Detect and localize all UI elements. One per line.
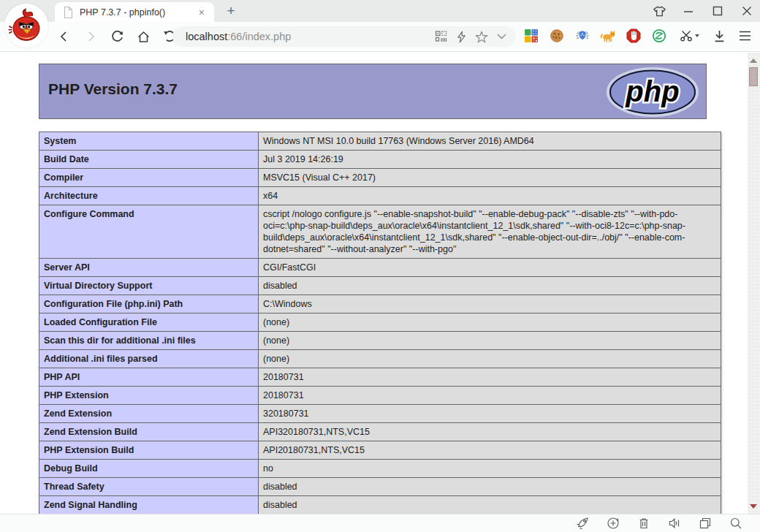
table-row: Scan this dir for additional .ini files(… (39, 332, 721, 350)
tab-title: PHP 7.3.7 - phpinfo() (80, 7, 197, 18)
address-bar[interactable]: localhost:66/index.php (172, 26, 516, 47)
info-row-label: Build Date (39, 151, 259, 169)
table-row: Server APICGI/FastCGI (39, 259, 721, 277)
forward-icon[interactable] (83, 29, 98, 44)
table-row: PHP API20180731 (39, 368, 721, 387)
trash-icon[interactable] (637, 517, 650, 530)
info-row-value: disabled (259, 277, 721, 295)
scrollbar-up-arrow-icon[interactable] (750, 58, 757, 63)
scissors-icon[interactable] (677, 28, 702, 44)
info-row-value: Windows NT MSI 10.0 build 17763 (Windows… (259, 132, 721, 151)
tab-bar: PHP 7.3.7 - phpinfo() × + (0, 0, 760, 22)
speaker-icon[interactable] (668, 517, 681, 530)
status-bar (0, 514, 760, 532)
url-path: :66/index.php (227, 31, 291, 42)
qr-code-icon[interactable] (435, 31, 448, 42)
info-row-value: 20180731 (259, 368, 721, 387)
menu-icon[interactable] (737, 28, 753, 44)
tab-phpinfo[interactable]: PHP 7.3.7 - phpinfo() × (55, 2, 214, 22)
table-row: Zend Extension BuildAPI320180731,NTS,VC1… (39, 423, 721, 441)
chevron-down-icon[interactable] (496, 33, 507, 40)
home-icon[interactable] (136, 29, 151, 44)
new-tab-button[interactable]: + (221, 1, 240, 20)
php-logo[interactable]: php (607, 67, 699, 120)
toolbar: localhost:66/index.php (0, 22, 760, 52)
flash-icon[interactable] (456, 31, 467, 43)
table-row: Debug Buildno (39, 460, 721, 478)
stop-hand-icon[interactable] (626, 28, 642, 44)
info-row-value: 320180731 (259, 405, 721, 423)
capture-plus-icon[interactable] (607, 517, 620, 530)
info-row-value: (none) (259, 332, 721, 350)
windows-layout-icon[interactable] (699, 517, 712, 530)
cat-icon[interactable] (600, 28, 616, 44)
info-row-value: cscript /nologo configure.js "--enable-s… (259, 205, 721, 259)
info-row-label: PHP Extension (39, 387, 259, 405)
scrollbar-thumb[interactable] (749, 67, 758, 86)
download-icon[interactable] (711, 28, 727, 44)
apps-grid-icon[interactable] (523, 28, 539, 44)
info-row-label: Loaded Configuration File (39, 314, 259, 332)
scrollbar-down-arrow-icon[interactable] (750, 504, 757, 509)
info-row-value: 20180731 (259, 387, 721, 405)
info-row-value: C:\Windows (259, 295, 721, 314)
close-icon[interactable] (740, 4, 754, 18)
info-row-value: Jul 3 2019 14:26:19 (259, 151, 721, 169)
green-swirl-icon[interactable] (651, 28, 667, 44)
phpinfo-table: SystemWindows NT MSI 10.0 build 17763 (W… (39, 132, 721, 514)
info-row-value: CGI/FastCGI (259, 259, 721, 277)
info-row-value: no (259, 460, 721, 478)
info-row-value: x64 (259, 187, 721, 205)
info-row-value: API320180731,NTS,VC15 (259, 423, 721, 441)
tab-close-icon[interactable]: × (197, 6, 207, 19)
magnifier-icon[interactable] (729, 517, 742, 530)
info-row-label: Architecture (39, 187, 259, 205)
skin-tshirt-icon[interactable] (652, 4, 666, 18)
bookmark-star-icon[interactable] (475, 31, 488, 43)
scissors-caret-icon (694, 34, 700, 38)
table-row: Loaded Configuration File(none) (39, 314, 721, 332)
info-row-label: Zend Extension (39, 405, 259, 423)
nav-buttons (57, 29, 177, 44)
info-row-label: PHP Extension Build (39, 441, 259, 460)
table-row: Build DateJul 3 2019 14:26:19 (39, 151, 721, 169)
info-row-label: Server API (39, 259, 259, 277)
extension-icons-row (523, 28, 753, 44)
info-row-label: PHP API (39, 368, 259, 387)
info-row-label: Compiler (39, 169, 259, 187)
page-content: PHP Version 7.3.7 php SystemWindows NT M… (0, 53, 760, 514)
minimize-icon[interactable] (681, 4, 696, 18)
table-row: PHP Extension BuildAPI20180731,NTS,VC15 (39, 441, 721, 460)
shield-laurel-icon[interactable] (574, 28, 590, 44)
vertical-scrollbar[interactable] (748, 53, 760, 514)
url-text: localhost:66/index.php (186, 31, 427, 42)
rocket-icon[interactable] (576, 517, 589, 530)
info-row-value: MSVC15 (Visual C++ 2017) (259, 169, 721, 187)
info-row-value: (none) (259, 350, 721, 368)
info-row-label: Zend Extension Build (39, 423, 259, 441)
table-row: Zend Extension320180731 (39, 405, 721, 423)
browser-window: PHP 7.3.7 - phpinfo() × + (0, 0, 760, 532)
reload-icon[interactable] (110, 29, 124, 44)
phpinfo-header: PHP Version 7.3.7 php (39, 64, 707, 119)
table-row: CompilerMSVC15 (Visual C++ 2017) (39, 169, 721, 187)
info-row-label: Additional .ini files parsed (39, 350, 259, 368)
page-document-icon (62, 6, 74, 19)
svg-text:php: php (625, 75, 679, 107)
info-row-label: Scan this dir for additional .ini files (39, 332, 259, 350)
maximize-icon[interactable] (710, 4, 725, 18)
info-row-label: Thread Safety (39, 478, 259, 496)
table-row: Thread Safetydisabled (39, 478, 721, 496)
cookie-icon[interactable] (549, 28, 565, 44)
table-row: Zend Signal Handlingdisabled (39, 496, 721, 514)
table-row: SystemWindows NT MSI 10.0 build 17763 (W… (39, 132, 721, 151)
browser-logo-bird[interactable] (4, 4, 48, 48)
phpinfo-page: PHP Version 7.3.7 php SystemWindows NT M… (39, 64, 721, 514)
info-row-value: disabled (259, 478, 721, 496)
back-icon[interactable] (57, 29, 72, 44)
url-host: localhost (186, 31, 227, 42)
table-row: Virtual Directory Supportdisabled (39, 277, 721, 295)
table-row: PHP Extension20180731 (39, 387, 721, 405)
table-row: Additional .ini files parsed(none) (39, 350, 721, 368)
table-row: Architecturex64 (39, 187, 721, 205)
